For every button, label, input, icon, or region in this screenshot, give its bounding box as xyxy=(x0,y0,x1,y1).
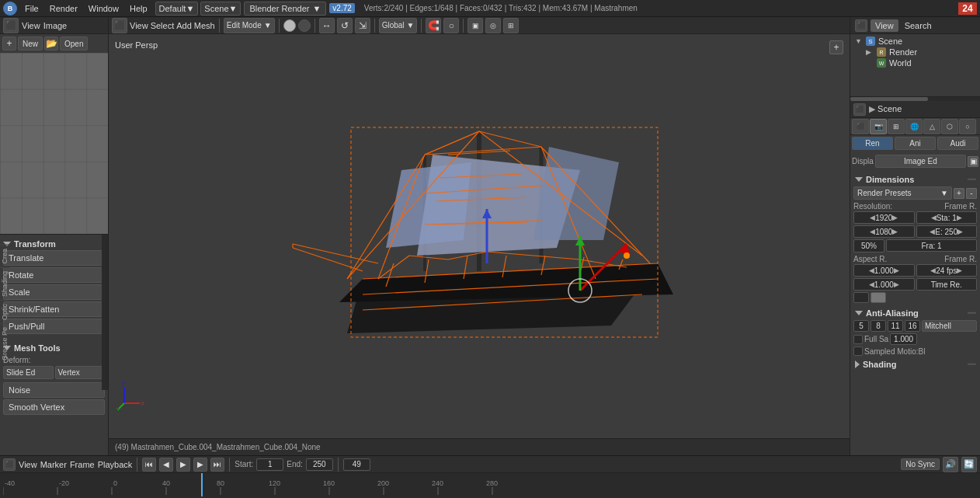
menu-select[interactable]: Select xyxy=(151,21,175,30)
layer-icon[interactable]: ⊞ xyxy=(503,18,519,33)
end-input[interactable]: ◀ E: 250 ▶ xyxy=(916,225,978,238)
timeline-menu-marker[interactable]: Marker xyxy=(40,460,67,469)
props-tab-layers[interactable]: ⊞ xyxy=(888,119,905,134)
skip-last-btn[interactable]: ⏭ xyxy=(210,458,224,472)
scene-selector[interactable]: Scene ▼ xyxy=(200,2,241,16)
play-btn[interactable]: ▶ xyxy=(176,458,190,472)
layout-selector[interactable]: Default ▼ xyxy=(155,2,199,16)
timeline-menu-playback[interactable]: Playback xyxy=(98,460,133,469)
fra-input[interactable]: Fra: 1 xyxy=(886,239,977,252)
shading-header[interactable]: Shading ━━ xyxy=(853,357,977,371)
uv-new-button[interactable]: New xyxy=(18,37,43,50)
push-pull-button[interactable]: Push/Pull xyxy=(3,319,105,334)
render-engine-selector[interactable]: Blender Render ▼ xyxy=(244,2,326,16)
next-frame-btn[interactable]: ▶ xyxy=(193,458,207,472)
display-extra-btn[interactable]: ▣ xyxy=(968,156,978,167)
percent-btn[interactable]: 50% xyxy=(853,239,884,252)
full-sample-checkbox[interactable] xyxy=(853,335,863,344)
time-re-input[interactable]: Time Re. xyxy=(916,278,978,291)
scale-button[interactable]: Scale xyxy=(3,284,105,300)
uv-open-icon[interactable]: 📂 xyxy=(44,37,58,50)
solid-shading-icon[interactable] xyxy=(283,19,296,32)
sampled-motion-checkbox[interactable] xyxy=(853,347,863,356)
presets-add-btn[interactable]: + xyxy=(954,188,964,199)
menu-view-uv[interactable]: View xyxy=(22,21,40,30)
render-tab-audi[interactable]: Audi xyxy=(937,137,978,150)
render-tab-ani[interactable]: Ani xyxy=(895,137,936,150)
transform-orientation[interactable]: Global ▼ xyxy=(379,18,418,33)
aa-filter-btn[interactable]: Mitchell xyxy=(922,320,977,332)
menu-file[interactable]: File xyxy=(20,2,43,15)
tab-view[interactable]: View xyxy=(871,19,898,32)
timeline-menu-frame[interactable]: Frame xyxy=(70,460,95,469)
presets-remove-btn[interactable]: - xyxy=(966,188,977,199)
height-input[interactable]: ◀ 1080 ▶ xyxy=(853,225,915,238)
audio-icon[interactable]: 🔊 xyxy=(943,457,958,472)
timeline-menu-view[interactable]: View xyxy=(19,460,37,469)
tree-item-scene[interactable]: ▼ S Scene xyxy=(853,36,977,47)
skip-first-btn[interactable]: ⏮ xyxy=(142,458,156,472)
uv-new-icon[interactable]: + xyxy=(2,37,16,50)
timeline-ruler[interactable]: -40 -20 0 40 80 120 160 200 240 280 xyxy=(0,473,980,498)
noise-button[interactable]: Noise xyxy=(3,382,105,398)
material-shading-icon[interactable] xyxy=(298,19,311,32)
tree-item-world[interactable]: W World xyxy=(853,57,977,68)
props-tab-world[interactable]: 🌐 xyxy=(905,119,923,134)
render-presets-btn[interactable]: Render Presets ▼ xyxy=(853,186,952,200)
mesh-select-icon[interactable]: ▣ xyxy=(467,18,483,33)
menu-view-3d[interactable]: View xyxy=(130,21,148,30)
props-tab-mat[interactable]: ○ xyxy=(959,119,976,134)
uv-editor-icon[interactable]: ⬛ xyxy=(3,18,19,33)
viewport-canvas[interactable]: User Persp + xyxy=(109,34,850,438)
fps-input[interactable]: ◀ 24 fps ▶ xyxy=(916,264,978,277)
vtab-optic[interactable]: Optic xyxy=(0,300,9,323)
menu-mesh[interactable]: Mesh xyxy=(194,21,215,30)
props-tab-obj[interactable]: △ xyxy=(923,119,940,134)
aspect-x-input[interactable]: ◀ 1.000 ▶ xyxy=(853,264,915,277)
menu-render[interactable]: Render xyxy=(45,2,82,15)
props-tab-render[interactable]: 📷 xyxy=(870,119,887,134)
menu-image-uv[interactable]: Image xyxy=(43,21,68,30)
pivot-icon[interactable]: ◎ xyxy=(485,18,501,33)
translate-button[interactable]: Translate xyxy=(3,250,105,266)
blender-logo[interactable]: B xyxy=(3,2,17,16)
vtab-grease[interactable]: Grease Pe xyxy=(0,323,9,364)
display-image-ed-button[interactable]: Image Ed xyxy=(875,155,966,168)
slide-edge-button[interactable]: Slide Ed xyxy=(3,366,54,379)
current-frame-input[interactable]: 49 xyxy=(343,458,370,471)
vertex-button[interactable]: Vertex xyxy=(55,366,106,379)
mesh-tools-header[interactable]: Mesh Tools xyxy=(3,342,105,354)
vtab-crea[interactable]: Crea xyxy=(0,245,9,267)
viewport-editor-icon[interactable]: ⬛ xyxy=(112,18,127,33)
swatch-gray[interactable] xyxy=(871,292,886,303)
dimensions-header[interactable]: Dimensions ━━ xyxy=(853,172,977,186)
snap-icon[interactable]: 🧲 xyxy=(426,18,441,33)
start-input[interactable]: ◀ Sta: 1 ▶ xyxy=(916,211,978,224)
tree-item-render[interactable]: ▶ R Render xyxy=(853,47,977,57)
menu-help[interactable]: Help xyxy=(125,2,152,15)
start-frame-input[interactable]: 1 xyxy=(256,458,283,471)
menu-window[interactable]: Window xyxy=(84,2,123,15)
tab-search[interactable]: Search xyxy=(900,19,937,32)
aa-sample-5[interactable]: 5 xyxy=(853,320,869,332)
scale-icon[interactable]: ⇲ xyxy=(355,18,370,33)
menu-add[interactable]: Add xyxy=(176,21,192,30)
aa-header[interactable]: Anti-Aliasing ━━ xyxy=(853,306,977,320)
aa-sample-16[interactable]: 16 xyxy=(905,320,920,332)
props-tab-mesh[interactable]: ⬡ xyxy=(941,119,958,134)
vtab-shading[interactable]: Shading xyxy=(0,267,9,300)
render-tab-ren[interactable]: Ren xyxy=(852,137,893,150)
uv-open-button[interactable]: Open xyxy=(60,37,88,50)
proportional-edit-icon[interactable]: ○ xyxy=(443,18,459,33)
timeline-icon[interactable]: ⬛ xyxy=(3,458,16,471)
no-sync-btn[interactable]: No Sync xyxy=(901,458,940,470)
shrink-fatten-button[interactable]: Shrink/Fatten xyxy=(3,301,105,317)
transform-header[interactable]: Transform xyxy=(3,238,105,250)
loop-icon[interactable]: 🔄 xyxy=(961,457,977,472)
mode-selector[interactable]: Edit Mode ▼ xyxy=(224,18,275,33)
rotate-button[interactable]: Rotate xyxy=(3,267,105,283)
rotate-icon[interactable]: ↺ xyxy=(337,18,353,33)
full-sample-value[interactable]: 1.000 xyxy=(890,333,917,345)
props-icon[interactable]: ⬛ xyxy=(853,103,866,116)
end-frame-input[interactable]: 250 xyxy=(306,458,333,471)
